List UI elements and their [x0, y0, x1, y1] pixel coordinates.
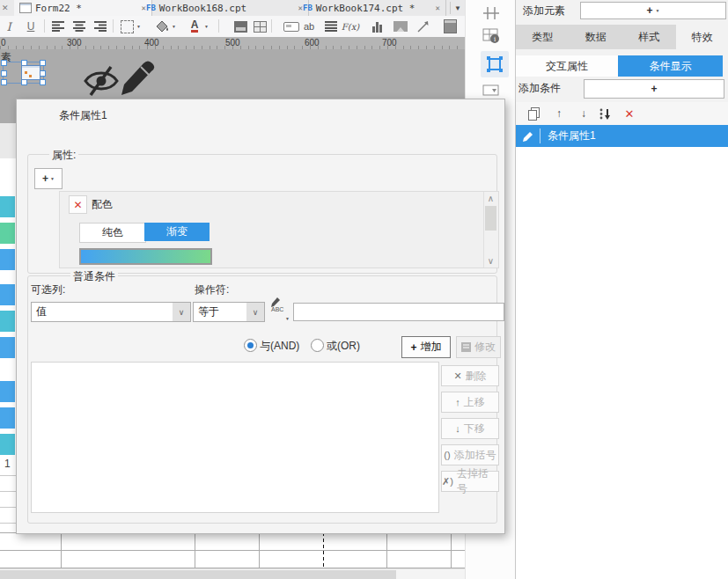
value-type-abc-button[interactable]: ABC ▼ — [268, 298, 290, 323]
scrollbar-thumb[interactable] — [485, 206, 496, 231]
italic-button[interactable]: I — [1, 18, 17, 34]
move-down-button[interactable]: ↓ 下移 — [441, 418, 499, 439]
remove-attribute-button[interactable]: ✕ — [69, 195, 87, 214]
image-icon — [393, 21, 408, 32]
document-button[interactable] — [442, 18, 458, 34]
or-radio-label: 或(OR) — [327, 339, 360, 354]
chart-bar — [0, 381, 15, 402]
column-select[interactable]: 值 ∨ — [31, 302, 191, 322]
report-block-button[interactable] — [232, 18, 248, 34]
scroll-up-icon[interactable]: ∧ — [484, 192, 497, 205]
line-button[interactable] — [415, 18, 430, 34]
move-up-icon[interactable]: ↑ — [551, 106, 567, 121]
combobox-widget-icon[interactable] — [482, 84, 501, 98]
chart-button[interactable] — [369, 18, 385, 34]
align-left-button[interactable] — [50, 18, 66, 34]
table-info-icon[interactable]: i — [482, 27, 501, 45]
border-dropdown-icon[interactable]: ▼ — [136, 24, 141, 29]
subtab-interaction[interactable]: 交互属性 — [516, 55, 618, 77]
condition-item-selected[interactable]: 条件属性1 — [516, 125, 728, 147]
font-color-dropdown-icon[interactable]: ▼ — [204, 24, 209, 29]
add-element-button[interactable]: + ▼ — [580, 2, 726, 19]
add-condition-button[interactable]: + — [584, 79, 724, 99]
overflow-close-icon[interactable]: ✕ — [2, 4, 9, 12]
chart-bar — [0, 196, 15, 217]
condition-expression-list[interactable] — [31, 362, 439, 513]
resize-handle[interactable] — [1, 79, 7, 85]
resize-handle[interactable] — [40, 60, 46, 66]
gradient-preview[interactable] — [79, 248, 212, 265]
add-attribute-button[interactable]: + ▼ — [34, 168, 63, 189]
tab-data[interactable]: 数据 — [570, 25, 623, 49]
tab-effects[interactable]: 特效 — [676, 25, 728, 49]
add-condition-row-button[interactable]: + 增加 — [401, 336, 451, 358]
resize-handle[interactable] — [1, 60, 7, 66]
resize-handle[interactable] — [40, 79, 46, 85]
grid-icon — [254, 21, 267, 33]
chevron-down-icon: ∨ — [246, 303, 264, 321]
gradient-toggle-active[interactable]: 渐变 — [144, 223, 210, 241]
resize-handle[interactable] — [40, 70, 46, 77]
delete-row-button[interactable]: ✕ 删除 — [441, 365, 499, 386]
sort-icon[interactable] — [597, 106, 613, 121]
grid-button[interactable] — [252, 18, 268, 34]
selected-frame-icon — [486, 55, 504, 73]
color-scheme-label: 配色 — [92, 197, 113, 212]
copy-icon[interactable] — [526, 106, 541, 121]
spreadsheet-grid[interactable] — [0, 532, 465, 568]
fill-color-dropdown-icon[interactable]: ▼ — [172, 24, 176, 29]
or-radio[interactable] — [311, 339, 324, 352]
condition-property-dialog[interactable]: 条件属性1 属性: + ▼ ✕ 配色 纯色 渐变 ∧ ∨ 普通条件 可选列: 操… — [16, 99, 505, 534]
page-break-line — [323, 532, 324, 568]
underline-button[interactable]: U — [23, 18, 39, 34]
horizontal-ruler: 0 300 400 500 600 700 — [0, 37, 465, 50]
tab-form22[interactable]: Form22 * ✕ — [14, 0, 152, 16]
text-button[interactable]: ab — [301, 18, 317, 34]
tab-type[interactable]: 类型 — [516, 25, 570, 49]
separator — [44, 19, 45, 33]
tab-style[interactable]: 样式 — [622, 25, 676, 49]
condition-list-area[interactable] — [516, 147, 728, 579]
operator-select[interactable]: 等于 ∨ — [193, 302, 265, 322]
move-up-button[interactable]: ↑ 上移 — [441, 392, 499, 413]
condition-list-toolbar: ↑ ↓ ✕ — [516, 102, 728, 125]
image-button[interactable] — [393, 18, 408, 34]
modify-condition-row-button[interactable]: 修改 — [456, 336, 501, 358]
subtab-condition-display[interactable]: 条件显示 — [618, 55, 723, 77]
operator-label: 操作符: — [195, 282, 229, 297]
scroll-down-icon[interactable]: ∨ — [484, 254, 497, 268]
delete-icon[interactable]: ✕ — [621, 106, 637, 121]
font-color-button[interactable]: A — [187, 18, 202, 34]
tab-list-dropdown-icon[interactable]: ▼ — [450, 2, 465, 14]
and-radio-selected[interactable] — [244, 339, 257, 352]
fill-color-button[interactable] — [154, 18, 170, 34]
selected-element[interactable] — [3, 62, 44, 84]
paragraph-button[interactable] — [323, 18, 339, 34]
formula-button[interactable]: F(x) — [342, 18, 358, 34]
resize-handle[interactable] — [21, 79, 27, 85]
line-icon — [416, 20, 430, 33]
align-center-button[interactable] — [71, 18, 87, 34]
close-icon[interactable]: ✕ — [436, 4, 440, 12]
move-down-icon[interactable]: ↓ — [576, 106, 592, 121]
normal-condition-legend: 普通条件 — [70, 269, 118, 284]
paper-margin — [0, 123, 16, 158]
column-label: 可选列: — [31, 282, 65, 297]
operator-select-value: 等于 — [194, 303, 246, 321]
text-field-button[interactable] — [283, 18, 299, 34]
tab-workbook174[interactable]: FB WorkBook174.cpt * ✕ — [298, 0, 446, 16]
add-bracket-button[interactable]: () 添加括号 — [441, 444, 499, 465]
condition-value-input[interactable] — [293, 303, 504, 321]
solid-color-toggle[interactable]: 纯色 — [79, 223, 146, 243]
scrollbar-thumb[interactable] — [0, 570, 396, 579]
align-right-button[interactable] — [92, 18, 108, 34]
frame-layout-icon[interactable] — [482, 5, 501, 21]
resize-handle[interactable] — [1, 70, 7, 77]
border-button[interactable] — [119, 18, 135, 34]
canvas-horizontal-scrollbar[interactable] — [0, 568, 465, 579]
remove-bracket-button[interactable]: ✗) 去掉括号 — [441, 471, 499, 492]
chevron-down-icon: ∨ — [173, 303, 190, 321]
panel-scrollbar[interactable]: ∧ ∨ — [483, 192, 498, 268]
tab-workbook168[interactable]: FB WorkBook168.cpt ✕ — [141, 0, 309, 16]
absolute-layout-button-active[interactable] — [481, 51, 509, 77]
